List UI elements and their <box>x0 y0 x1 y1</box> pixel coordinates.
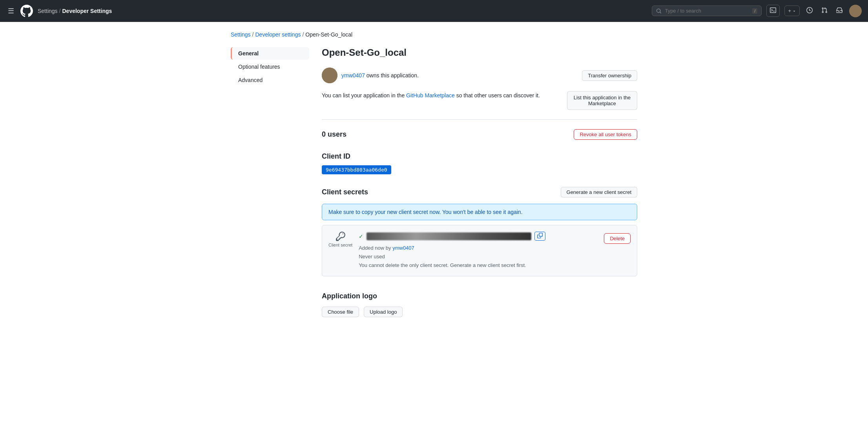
secret-value-blurred <box>367 232 531 240</box>
added-by-username[interactable]: ymw0407 <box>392 245 414 251</box>
choose-file-btn[interactable]: Choose file <box>322 307 359 317</box>
client-secrets-section: Client secrets Generate a new client sec… <box>322 187 637 276</box>
key-icon <box>336 232 345 241</box>
pr-icon <box>821 7 828 13</box>
page-title: Open-Set-Go_local <box>322 47 637 58</box>
client-secrets-header: Client secrets Generate a new client sec… <box>322 187 637 197</box>
chevron-down-icon <box>792 9 796 13</box>
secret-meta: Added now by ymw0407 Never used You cann… <box>359 244 598 270</box>
breadcrumb-sep1: / <box>252 31 254 38</box>
owner-username[interactable]: ymw0407 <box>341 72 365 79</box>
sidebar-item-optional-features[interactable]: Optional features <box>231 60 309 73</box>
owner-info: ymw0407 owns this application. <box>322 68 419 83</box>
inbox-icon <box>836 7 842 13</box>
plus-btn[interactable]: + <box>784 5 800 16</box>
never-used-line: Never used <box>359 252 598 261</box>
search-input[interactable] <box>665 8 749 14</box>
secret-icon-container: Client secret <box>328 232 352 247</box>
owner-avatar <box>322 68 337 83</box>
search-container[interactable]: / <box>652 5 762 16</box>
search-icon <box>656 8 662 14</box>
secret-content: ✓ Added now <box>359 232 598 270</box>
pr-btn[interactable] <box>819 5 830 16</box>
secret-row: Client secret ✓ <box>322 225 637 276</box>
revoke-tokens-btn[interactable]: Revoke all user tokens <box>574 129 637 140</box>
sidebar-item-general[interactable]: General <box>231 47 309 60</box>
sidebar-item-advanced[interactable]: Advanced <box>231 74 309 86</box>
marketplace-link[interactable]: GitHub Marketplace <box>406 92 455 99</box>
delete-secret-btn[interactable]: Delete <box>604 233 631 244</box>
breadcrumb-app-name: Open-Set-Go_local <box>305 31 352 38</box>
breadcrumb: Settings / Developer settings / Open-Set… <box>231 31 637 38</box>
topnav: ☰ Settings / Developer Settings / + <box>0 0 868 22</box>
app-logo-upload-area: Choose file Upload logo <box>322 307 637 317</box>
cannot-delete-line: You cannot delete the only client secret… <box>359 261 598 270</box>
app-logo-section: Application logo Choose file Upload logo <box>322 292 637 317</box>
check-icon: ✓ <box>359 233 363 239</box>
client-id-value[interactable]: 9e69437bbd803aa06de0 <box>322 165 391 174</box>
breadcrumb-sep2: / <box>302 31 304 38</box>
client-id-section: Client ID 9e69437bbd803aa06de0 <box>322 152 637 174</box>
svg-point-1 <box>322 68 337 83</box>
content-layout: General Optional features Advanced Open-… <box>231 47 637 317</box>
secret-icon-label: Client secret <box>328 243 352 247</box>
transfer-ownership-btn[interactable]: Transfer ownership <box>582 70 637 81</box>
dev-settings-link[interactable]: Developer Settings <box>62 8 112 14</box>
owner-section: ymw0407 owns this application. Transfer … <box>322 68 637 83</box>
secret-actions: Delete <box>604 232 631 244</box>
marketplace-section: You can list your application in the Git… <box>322 91 637 110</box>
search-kbd: / <box>752 8 757 14</box>
secret-value-row: ✓ <box>359 232 598 241</box>
terminal-icon <box>770 7 776 13</box>
avatar[interactable] <box>849 5 862 17</box>
issues-btn[interactable] <box>804 5 815 16</box>
users-count: 0 users <box>322 130 346 139</box>
owner-text: ymw0407 owns this application. <box>341 72 419 79</box>
copy-icon <box>537 233 543 238</box>
breadcrumb-dev-settings[interactable]: Developer settings <box>255 31 301 38</box>
sidebar: General Optional features Advanced <box>231 47 309 317</box>
added-by-line: Added now by ymw0407 <box>359 244 598 252</box>
users-section: 0 users Revoke all user tokens <box>322 129 637 140</box>
client-secrets-title: Client secrets <box>322 188 368 196</box>
generate-secret-btn[interactable]: Generate a new client secret <box>561 187 637 197</box>
list-marketplace-btn[interactable]: List this application in the Marketplace <box>567 91 637 110</box>
settings-link[interactable]: Settings <box>38 8 58 14</box>
main-content: Open-Set-Go_local ymw0407 owns this appl… <box>322 47 637 317</box>
command-palette-btn[interactable] <box>766 5 780 17</box>
copy-secret-btn[interactable] <box>534 232 545 241</box>
github-logo <box>20 5 33 17</box>
svg-point-0 <box>849 5 862 17</box>
marketplace-description: You can list your application in the Git… <box>322 91 540 100</box>
inbox-btn[interactable] <box>834 5 844 16</box>
info-banner: Make sure to copy your new client secret… <box>322 204 637 220</box>
avatar-icon <box>849 5 862 17</box>
clock-icon <box>806 7 813 13</box>
topnav-breadcrumb: Settings / Developer Settings <box>38 8 112 14</box>
upload-logo-btn[interactable]: Upload logo <box>364 307 403 317</box>
breadcrumb-settings[interactable]: Settings <box>231 31 251 38</box>
sidebar-nav: General Optional features Advanced <box>231 47 309 86</box>
page-wrapper: Settings / Developer settings / Open-Set… <box>218 22 650 327</box>
client-id-title: Client ID <box>322 152 637 161</box>
app-logo-title: Application logo <box>322 292 637 300</box>
hamburger-menu[interactable]: ☰ <box>6 5 16 17</box>
divider-1 <box>322 119 637 120</box>
